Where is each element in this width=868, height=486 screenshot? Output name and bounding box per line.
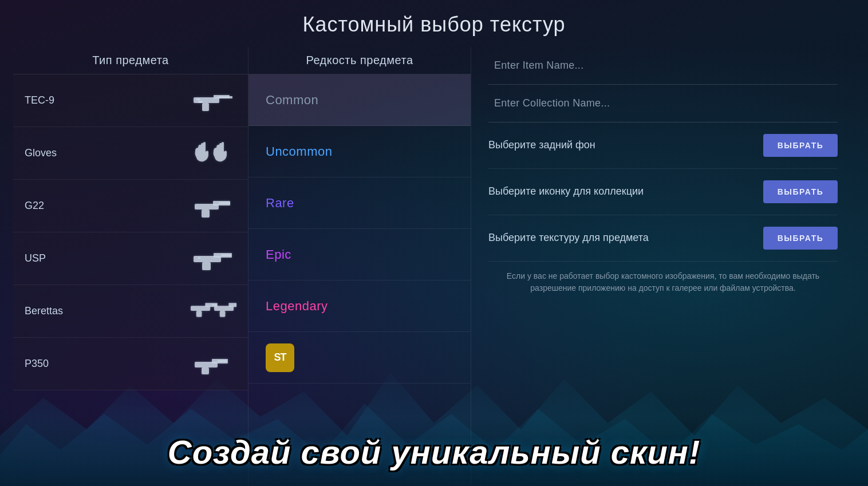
rarity-header: Редкость предмета bbox=[248, 47, 471, 74]
item-name-input[interactable] bbox=[488, 47, 838, 85]
option-row-texture: Выберите текстуру для предмета ВЫБРАТЬ bbox=[488, 215, 838, 262]
select-texture-button[interactable]: ВЫБРАТЬ bbox=[763, 227, 838, 250]
item-icon-g22 bbox=[191, 190, 236, 222]
item-row[interactable]: TEC-9 bbox=[13, 74, 248, 127]
item-list: TEC-9 bbox=[13, 74, 248, 390]
item-icon-p350 bbox=[191, 348, 236, 380]
svg-rect-18 bbox=[212, 304, 217, 306]
svg-rect-8 bbox=[202, 210, 210, 218]
option-label-texture: Выберите текстуру для предмета bbox=[488, 231, 649, 245]
main-container: Кастомный выбор текстур Тип предмета TEC… bbox=[0, 0, 868, 486]
item-row[interactable]: G22 bbox=[13, 180, 248, 232]
rarity-label-epic: Epic bbox=[266, 247, 291, 262]
rarity-row-epic[interactable]: Epic bbox=[248, 229, 471, 280]
item-name-g22: G22 bbox=[25, 200, 44, 212]
svg-rect-22 bbox=[235, 304, 236, 306]
rarity-label-legendary: Legendary bbox=[266, 299, 328, 314]
rarity-row-st[interactable]: ST bbox=[248, 332, 471, 384]
svg-rect-3 bbox=[198, 101, 203, 103]
item-row[interactable]: P350 bbox=[13, 338, 248, 390]
notice-text: Если у вас не работает выбор кастомного … bbox=[488, 262, 838, 303]
item-name-tec9: TEC-9 bbox=[25, 94, 54, 106]
select-background-button[interactable]: ВЫБРАТЬ bbox=[763, 134, 838, 157]
item-name-p350: P350 bbox=[25, 358, 49, 370]
rarity-label-uncommon: Uncommon bbox=[266, 144, 332, 159]
item-name-usp: USP bbox=[25, 252, 46, 264]
option-row-background: Выберите задний фон ВЫБРАТЬ bbox=[488, 123, 838, 169]
rarity-label-rare: Rare bbox=[266, 196, 294, 211]
option-row-icon: Выберите иконку для коллекции ВЫБРАТЬ bbox=[488, 169, 838, 215]
svg-rect-2 bbox=[202, 103, 209, 111]
svg-rect-17 bbox=[196, 311, 202, 317]
svg-rect-4 bbox=[218, 96, 232, 98]
svg-rect-13 bbox=[221, 254, 231, 256]
item-row[interactable]: Gloves bbox=[13, 127, 248, 180]
rarity-row-uncommon[interactable]: Uncommon bbox=[248, 126, 471, 177]
rarity-label-common: Common bbox=[266, 93, 318, 108]
option-label-background: Выберите задний фон bbox=[488, 138, 595, 152]
select-icon-button[interactable]: ВЫБРАТЬ bbox=[763, 180, 838, 203]
svg-rect-9 bbox=[219, 202, 230, 204]
bottom-banner: Создай свой уникальный скин! bbox=[0, 417, 868, 486]
item-name-gloves: Gloves bbox=[25, 147, 57, 159]
banner-text: Создай свой уникальный скин! bbox=[168, 433, 700, 471]
svg-rect-26 bbox=[218, 360, 227, 362]
item-row[interactable]: USP bbox=[13, 232, 248, 285]
item-icon-tec9 bbox=[191, 85, 236, 116]
svg-rect-14 bbox=[198, 257, 200, 259]
rarity-row-legendary[interactable]: Legendary bbox=[248, 280, 471, 332]
svg-rect-21 bbox=[220, 311, 226, 317]
option-label-icon: Выберите иконку для коллекции bbox=[488, 184, 644, 199]
item-row[interactable]: Berettas bbox=[13, 285, 248, 338]
svg-rect-12 bbox=[202, 262, 211, 270]
items-header: Тип предмета bbox=[13, 47, 248, 74]
item-icon-gloves bbox=[191, 137, 236, 169]
item-icon-usp bbox=[191, 243, 236, 274]
svg-rect-20 bbox=[228, 303, 236, 307]
collection-name-input[interactable] bbox=[488, 85, 838, 123]
item-icon-berettas bbox=[191, 295, 236, 327]
rarity-row-common[interactable]: Common bbox=[248, 74, 471, 126]
item-name-berettas: Berettas bbox=[25, 305, 63, 317]
page-title: Кастомный выбор текстур bbox=[302, 0, 565, 47]
svg-rect-25 bbox=[202, 368, 209, 374]
rarity-row-rare[interactable]: Rare bbox=[248, 177, 471, 229]
rarity-list: Common Uncommon Rare Epic Legendary ST bbox=[248, 74, 471, 384]
rarity-st-badge: ST bbox=[266, 343, 294, 372]
svg-rect-5 bbox=[196, 98, 200, 100]
